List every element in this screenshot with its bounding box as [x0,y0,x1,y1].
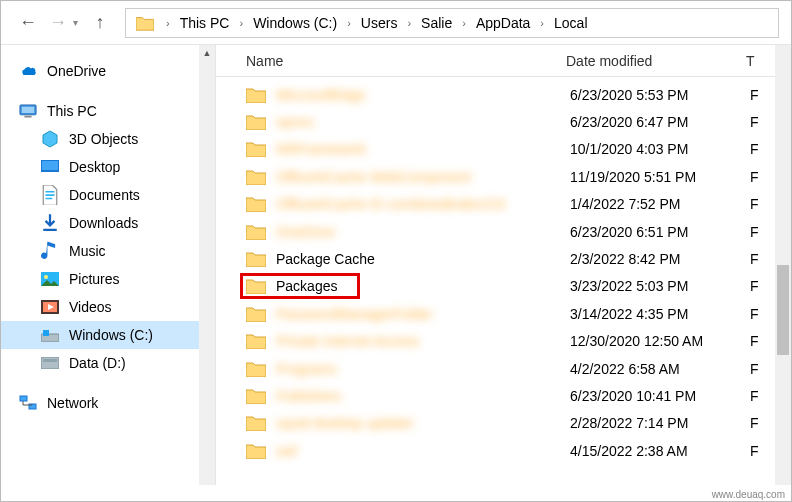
file-row[interactable]: swf4/15/2022 2:38 AMF [216,437,791,464]
folder-icon [246,388,266,404]
folder-icon [246,141,266,157]
svg-rect-14 [20,396,27,401]
breadcrumb-appdata[interactable]: AppData [472,9,534,37]
chevron-right-icon: › [160,17,176,29]
history-dropdown[interactable]: ▾ [73,17,85,28]
videos-icon [41,298,59,316]
content-scrollbar[interactable] [775,45,791,485]
sidebar-label: Desktop [69,159,120,175]
file-date: 6/23/2020 6:47 PM [570,114,750,130]
music-icon [41,242,59,260]
chevron-right-icon: › [341,17,357,29]
address-bar[interactable]: › This PC › Windows (C:) › Users › Salie… [125,8,779,38]
file-row[interactable]: squid desktop updater2/28/2022 7:14 PMF [216,410,791,437]
file-date: 6/23/2020 10:41 PM [570,388,750,404]
folder-icon [246,251,266,267]
column-name[interactable]: Name [246,53,566,69]
folder-icon [246,333,266,349]
folder-icon [246,306,266,322]
folder-icon [246,443,266,459]
svg-rect-5 [43,229,57,231]
file-name: Programs [276,361,570,377]
watermark: www.deuaq.com [712,489,785,500]
folder-icon [246,361,266,377]
file-row[interactable]: OneDrive6/23/2020 6:51 PMF [216,218,791,245]
folder-icon [246,87,266,103]
file-date: 3/23/2022 5:03 PM [570,278,750,294]
sidebar-3d-objects[interactable]: 3D Objects [1,125,215,153]
breadcrumb-salie[interactable]: Salie [417,9,456,37]
chevron-right-icon: › [534,17,550,29]
file-name: squid desktop updater [276,415,570,431]
file-row[interactable]: npmrc6/23/2020 6:47 PMF [216,108,791,135]
file-name: Private Internet Access [276,333,570,349]
file-row[interactable]: Packages3/23/2022 5:03 PMF [216,273,791,300]
documents-icon [41,186,59,204]
downloads-icon [41,214,59,232]
file-name: swf [276,443,570,459]
file-row[interactable]: MicrosoftEdge6/23/2020 5:53 PMF [216,81,791,108]
file-row[interactable]: OfficeAICache WebComponent11/19/2020 5:5… [216,163,791,190]
file-row[interactable]: PasswordManagerFolder3/14/2022 4:35 PMF [216,300,791,327]
folder-icon [246,114,266,130]
file-date: 4/15/2022 2:38 AM [570,443,750,459]
sidebar-pictures[interactable]: Pictures [1,265,215,293]
file-name: PasswordManagerFolder [276,306,570,322]
up-button[interactable]: ↑ [85,8,115,38]
drive-icon [41,326,59,344]
sidebar-windows-c[interactable]: Windows (C:) [1,321,215,349]
file-name: Publishers [276,388,570,404]
file-row[interactable]: Publishers6/23/2020 10:41 PMF [216,382,791,409]
back-button[interactable]: ← [13,8,43,38]
breadcrumb-windows-c[interactable]: Windows (C:) [249,9,341,37]
sidebar-network[interactable]: Network [1,389,215,417]
svg-rect-11 [43,330,49,336]
breadcrumb-users[interactable]: Users [357,9,402,37]
breadcrumb-local[interactable]: Local [550,9,591,37]
computer-icon [19,102,37,120]
sidebar-downloads[interactable]: Downloads [1,209,215,237]
svg-point-7 [44,275,48,279]
scrollbar-thumb[interactable] [777,265,789,355]
sidebar-label: Downloads [69,215,138,231]
column-headers[interactable]: Name Date modified T [216,45,791,77]
file-date: 3/14/2022 4:35 PM [570,306,750,322]
file-date: 2/3/2022 8:42 PM [570,251,750,267]
sidebar-desktop[interactable]: Desktop [1,153,215,181]
pictures-icon [41,270,59,288]
sidebar-label: Videos [69,299,112,315]
sidebar-data-d[interactable]: Data (D:) [1,349,215,377]
sidebar-label: Music [69,243,106,259]
sidebar-label: Pictures [69,271,120,287]
file-row[interactable]: OfficeAICache ID combinedindex2151/4/202… [216,191,791,218]
scroll-up-icon[interactable]: ▲ [199,45,215,61]
sidebar-videos[interactable]: Videos [1,293,215,321]
column-date-modified[interactable]: Date modified [566,53,746,69]
sidebar-label: Windows (C:) [69,327,153,343]
file-row[interactable]: Package Cache2/3/2022 8:42 PMF [216,245,791,272]
file-row[interactable]: NRFramework10/1/2020 4:03 PMF [216,136,791,163]
sidebar-onedrive[interactable]: OneDrive [1,57,215,85]
sidebar-label: Documents [69,187,140,203]
file-date: 2/28/2022 7:14 PM [570,415,750,431]
file-date: 12/30/2020 12:50 AM [570,333,750,349]
file-row[interactable]: Private Internet Access12/30/2020 12:50 … [216,328,791,355]
file-date: 10/1/2020 4:03 PM [570,141,750,157]
sidebar-this-pc[interactable]: This PC [1,97,215,125]
file-date: 6/23/2020 5:53 PM [570,87,750,103]
sidebar-music[interactable]: Music [1,237,215,265]
folder-icon [246,169,266,185]
folder-icon [246,224,266,240]
sidebar-documents[interactable]: Documents [1,181,215,209]
sidebar-scrollbar[interactable]: ▲ [199,45,215,485]
svg-rect-4 [42,161,58,170]
breadcrumb-this-pc[interactable]: This PC [176,9,234,37]
file-row[interactable]: Programs4/2/2022 6:58 AMF [216,355,791,382]
drive-icon [41,354,59,372]
file-date: 4/2/2022 6:58 AM [570,361,750,377]
3d-objects-icon [41,130,59,148]
svg-rect-12 [41,357,59,369]
file-date: 1/4/2022 7:52 PM [570,196,750,212]
folder-icon [136,14,154,32]
sidebar-label: Network [47,395,98,411]
